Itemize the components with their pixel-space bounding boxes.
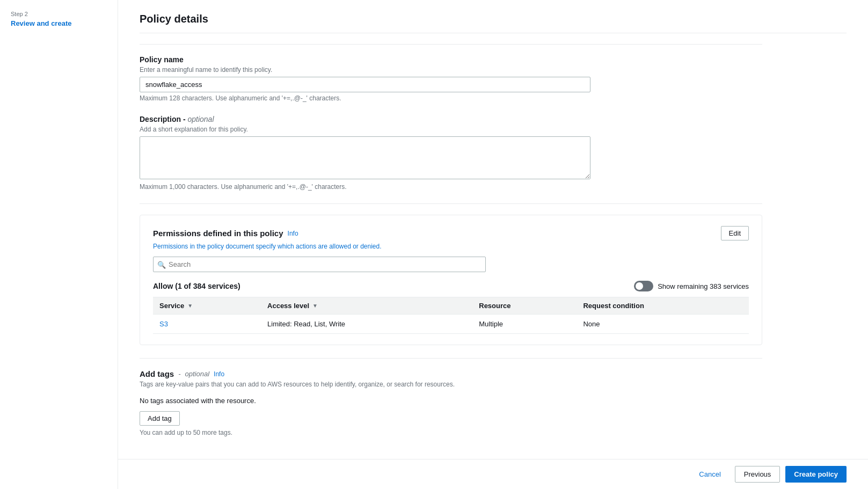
search-input[interactable] bbox=[153, 257, 486, 272]
description-textarea[interactable] bbox=[140, 136, 590, 179]
permissions-title: Permissions defined in this policy bbox=[153, 229, 283, 238]
permissions-description: Permissions in the policy document speci… bbox=[153, 243, 749, 250]
show-remaining-toggle[interactable] bbox=[634, 281, 653, 291]
toggle-slider bbox=[634, 281, 653, 291]
table-head: Service ▼ Access level ▼ Resource bbox=[153, 297, 749, 315]
tags-hint: You can add up to 50 more tags. bbox=[140, 429, 762, 436]
tags-info-link[interactable]: Info bbox=[214, 370, 224, 378]
table-body: S3 Limited: Read, List, Write Multiple N… bbox=[153, 315, 749, 334]
show-remaining-label: Show remaining 383 services bbox=[658, 282, 749, 290]
description-optional: optional bbox=[187, 115, 214, 123]
permissions-section: Permissions defined in this policy Info … bbox=[140, 215, 762, 345]
permissions-table: Service ▼ Access level ▼ Resource bbox=[153, 297, 749, 334]
th-access-level: Access level ▼ bbox=[261, 297, 472, 315]
th-service: Service ▼ bbox=[153, 297, 261, 315]
permissions-info-link[interactable]: Info bbox=[288, 230, 298, 237]
search-wrapper: 🔍 bbox=[153, 257, 486, 272]
tags-optional-label: optional bbox=[185, 370, 210, 378]
permissions-title-row: Permissions defined in this policy Info bbox=[153, 229, 298, 238]
description-constraint: Maximum 1,000 characters. Use alphanumer… bbox=[140, 183, 847, 191]
allow-label: Allow (1 of 384 services) bbox=[153, 282, 240, 290]
table-cell-resource: Multiple bbox=[472, 315, 577, 334]
toggle-row: Show remaining 383 services bbox=[634, 281, 749, 291]
th-request-condition: Request condition bbox=[577, 297, 749, 315]
policy-name-input[interactable] bbox=[140, 77, 590, 92]
add-tag-button[interactable]: Add tag bbox=[140, 411, 180, 426]
tags-description: Tags are key-value pairs that you can ad… bbox=[140, 381, 762, 388]
th-resource: Resource bbox=[472, 297, 577, 315]
main-content: Policy details Policy name Enter a meani… bbox=[118, 0, 868, 489]
table-cell-access-level: Limited: Read, List, Write bbox=[261, 315, 472, 334]
policy-name-hint: Enter a meaningful name to identify this… bbox=[140, 66, 847, 74]
description-hint: Add a short explanation for this policy. bbox=[140, 126, 847, 133]
tags-section: Add tags - optional Info Tags are key-va… bbox=[140, 358, 762, 436]
previous-button[interactable]: Previous bbox=[735, 466, 781, 483]
table-cell-service: S3 bbox=[153, 315, 261, 334]
no-tags-label: No tags associated with the resource. bbox=[140, 397, 762, 405]
step-label: Step 2 bbox=[0, 6, 118, 18]
edit-button[interactable]: Edit bbox=[721, 226, 749, 240]
search-icon: 🔍 bbox=[157, 260, 166, 268]
access-level-sort-icon[interactable]: ▼ bbox=[312, 303, 318, 309]
table-row: S3 Limited: Read, List, Write Multiple N… bbox=[153, 315, 749, 334]
tags-title-row: Add tags - optional Info bbox=[140, 369, 762, 378]
permissions-header: Permissions defined in this policy Info … bbox=[153, 226, 749, 240]
footer-bar: Cancel Previous Create policy bbox=[118, 459, 868, 489]
policy-name-constraint: Maximum 128 characters. Use alphanumeric… bbox=[140, 94, 847, 102]
create-policy-button[interactable]: Create policy bbox=[785, 466, 847, 483]
cancel-button[interactable]: Cancel bbox=[690, 466, 729, 483]
table-header-row: Service ▼ Access level ▼ Resource bbox=[153, 297, 749, 315]
description-section: Description - optional Add a short expla… bbox=[140, 115, 847, 191]
step-title: Review and create bbox=[0, 18, 118, 32]
service-sort-icon[interactable]: ▼ bbox=[187, 303, 193, 309]
page-title: Policy details bbox=[140, 13, 847, 33]
description-label: Description - optional bbox=[140, 115, 847, 123]
tags-optional-dash: - bbox=[178, 370, 180, 378]
policy-name-section: Policy name Enter a meaningful name to i… bbox=[140, 55, 847, 102]
tags-title: Add tags bbox=[140, 369, 174, 378]
sidebar: Step 2 Review and create bbox=[0, 0, 118, 489]
policy-name-label: Policy name bbox=[140, 55, 847, 64]
s3-service-link[interactable]: S3 bbox=[159, 320, 168, 328]
allow-row: Allow (1 of 384 services) Show remaining… bbox=[153, 281, 749, 291]
table-cell-request-condition: None bbox=[577, 315, 749, 334]
